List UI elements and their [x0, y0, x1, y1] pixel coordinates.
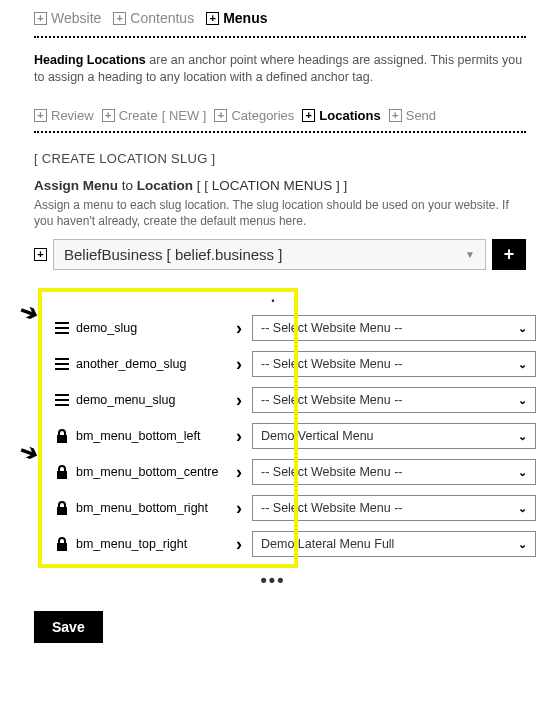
tab-new-badge: [ NEW ] [162, 108, 207, 123]
plus-icon: + [102, 109, 115, 122]
slug-name: demo_slug [76, 321, 226, 335]
lock-icon [54, 465, 70, 479]
assign-heading: Assign Menu to Location [ [ LOCATION MEN… [34, 178, 526, 193]
tab-locations[interactable]: + Locations [302, 108, 380, 123]
menu-select[interactable]: -- Select Website Menu --⌄ [252, 387, 536, 413]
tab-label: Categories [231, 108, 294, 123]
menu-select-value: -- Select Website Menu -- [261, 321, 402, 335]
menu-select[interactable]: -- Select Website Menu --⌄ [252, 351, 536, 377]
menu-select-value: Demo Lateral Menu Full [261, 537, 394, 551]
menu-select[interactable]: -- Select Website Menu --⌄ [252, 315, 536, 341]
slug-area: . ➔ ➔ demo_slug›-- Select Website Menu -… [10, 288, 536, 591]
menu-select[interactable]: -- Select Website Menu --⌄ [252, 495, 536, 521]
plus-icon: + [34, 239, 47, 270]
slug-row: bm_menu_bottom_centre›-- Select Website … [10, 454, 536, 490]
drag-handle-icon[interactable] [54, 394, 70, 406]
drag-handle-icon[interactable] [54, 358, 70, 370]
create-location-slug-link[interactable]: [ CREATE LOCATION SLUG ] [34, 151, 526, 166]
crumb-contentus[interactable]: + Contentus [113, 10, 194, 26]
menu-select-value: Demo Vertical Menu [261, 429, 374, 443]
breadcrumb: + Website + Contentus + Menus [34, 10, 526, 26]
chevron-down-icon: ⌄ [518, 466, 527, 479]
chevron-right-icon: › [232, 498, 246, 519]
plus-icon: + [113, 12, 126, 25]
lock-icon [54, 537, 70, 551]
menu-select[interactable]: -- Select Website Menu --⌄ [252, 459, 536, 485]
drag-handle-icon[interactable] [54, 322, 70, 334]
tab-label: Locations [319, 108, 380, 123]
tab-send[interactable]: + Send [389, 108, 436, 123]
tab-label: Review [51, 108, 94, 123]
slug-name: bm_menu_bottom_left [76, 429, 226, 443]
tab-label: Send [406, 108, 436, 123]
chevron-down-icon: ⌄ [518, 394, 527, 407]
crumb-label: Menus [223, 10, 267, 26]
chevron-right-icon: › [232, 390, 246, 411]
chevron-down-icon: ⌄ [518, 502, 527, 515]
chevron-down-icon: ⌄ [518, 358, 527, 371]
tabs: + Review + Create [ NEW ] + Categories +… [34, 108, 526, 123]
lock-icon [54, 501, 70, 515]
crumb-website[interactable]: + Website [34, 10, 101, 26]
tab-categories[interactable]: + Categories [214, 108, 294, 123]
chevron-down-icon: ⌄ [518, 430, 527, 443]
slug-name: another_demo_slug [76, 357, 226, 371]
divider [34, 131, 526, 133]
chevron-right-icon: › [232, 462, 246, 483]
lock-icon [54, 429, 70, 443]
chevron-right-icon: › [232, 354, 246, 375]
top-dot: . [10, 288, 536, 306]
slug-name: demo_menu_slug [76, 393, 226, 407]
website-select-row: + BeliefBusiness [ belief.business ] ▼ + [34, 239, 526, 270]
slug-row: demo_slug›-- Select Website Menu --⌄ [10, 310, 536, 346]
crumb-label: Contentus [130, 10, 194, 26]
chevron-right-icon: › [232, 426, 246, 447]
website-select[interactable]: BeliefBusiness [ belief.business ] ▼ [53, 239, 486, 270]
assign-subtext: Assign a menu to each slug location. The… [34, 197, 526, 229]
crumb-menus[interactable]: + Menus [206, 10, 267, 26]
menu-select-value: -- Select Website Menu -- [261, 393, 402, 407]
slug-name: bm_menu_bottom_right [76, 501, 226, 515]
tab-label: Create [119, 108, 158, 123]
plus-icon: + [206, 12, 219, 25]
menu-select-value: -- Select Website Menu -- [261, 501, 402, 515]
more-dots: ••• [10, 570, 536, 591]
menu-select-value: -- Select Website Menu -- [261, 465, 402, 479]
crumb-label: Website [51, 10, 101, 26]
tab-review[interactable]: + Review [34, 108, 94, 123]
plus-icon: + [389, 109, 402, 122]
save-button[interactable]: Save [34, 611, 103, 643]
slug-row: bm_menu_bottom_right›-- Select Website M… [10, 490, 536, 526]
add-button[interactable]: + [492, 239, 526, 270]
plus-icon: + [302, 109, 315, 122]
slug-row: demo_menu_slug›-- Select Website Menu --… [10, 382, 536, 418]
slug-name: bm_menu_bottom_centre [76, 465, 226, 479]
menu-select[interactable]: Demo Lateral Menu Full⌄ [252, 531, 536, 557]
divider [34, 36, 526, 38]
intro-text: Heading Locations are an anchor point wh… [34, 52, 526, 86]
menu-select[interactable]: Demo Vertical Menu⌄ [252, 423, 536, 449]
tab-create[interactable]: + Create [ NEW ] [102, 108, 207, 123]
slug-row: bm_menu_bottom_left›Demo Vertical Menu⌄ [10, 418, 536, 454]
slug-row: another_demo_slug›-- Select Website Menu… [10, 346, 536, 382]
chevron-right-icon: › [232, 534, 246, 555]
plus-icon: + [34, 12, 47, 25]
chevron-right-icon: › [232, 318, 246, 339]
caret-down-icon: ▼ [465, 249, 475, 260]
chevron-down-icon: ⌄ [518, 322, 527, 335]
plus-icon: + [214, 109, 227, 122]
slug-row: bm_menu_top_right›Demo Lateral Menu Full… [10, 526, 536, 562]
website-select-value: BeliefBusiness [ belief.business ] [64, 246, 282, 263]
menu-select-value: -- Select Website Menu -- [261, 357, 402, 371]
plus-icon: + [34, 109, 47, 122]
slug-name: bm_menu_top_right [76, 537, 226, 551]
chevron-down-icon: ⌄ [518, 538, 527, 551]
